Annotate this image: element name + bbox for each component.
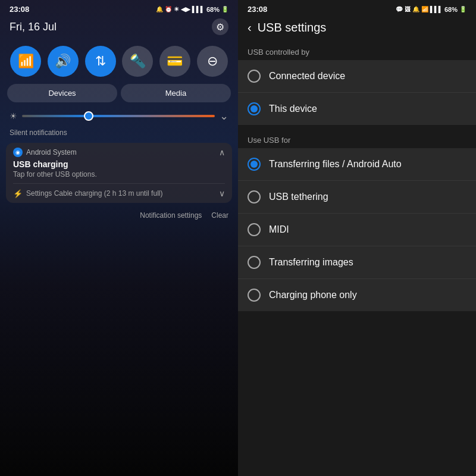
brightness-icon: ☀: [10, 111, 17, 121]
notif-row-chevron-icon[interactable]: ∨: [219, 189, 225, 198]
notif-body: Tap for other USB options.: [6, 170, 232, 183]
back-arrow-icon[interactable]: ‹: [248, 21, 252, 35]
chevron-down-icon[interactable]: ⌄: [220, 109, 228, 123]
radio-transferring-files[interactable]: [248, 158, 261, 171]
left-header: Fri, 16 Jul ⚙: [0, 16, 238, 42]
section-use-for-label: Use USB for: [238, 130, 476, 148]
right-panel: 23:08 💬 🖼 🔔 📶 ▌▌▌ 68% 🔋 ‹ USB settings U…: [238, 0, 476, 476]
controlled-by-options: Connected device This device: [238, 60, 476, 125]
right-status-bar: 23:08 💬 🖼 🔔 📶 ▌▌▌ 68% 🔋: [238, 0, 476, 16]
devices-tab[interactable]: Devices: [7, 84, 117, 102]
notif-app-name: Android System: [26, 148, 77, 156]
section-gap: [238, 125, 476, 130]
option-midi-label: MIDI: [269, 224, 289, 235]
notif-settings-detail: Settings Cable charging (2 h 13 m until …: [26, 189, 162, 198]
notif-expand-icon[interactable]: ∧: [219, 148, 225, 157]
flashlight-tile[interactable]: 🔦: [122, 46, 153, 77]
clear-button[interactable]: Clear: [211, 211, 228, 220]
radio-usb-tethering[interactable]: [248, 190, 261, 203]
radio-transferring-images[interactable]: [248, 256, 261, 269]
radio-transferring-files-fill: [250, 161, 258, 168]
radio-connected-device[interactable]: [248, 70, 261, 83]
option-connected-device[interactable]: Connected device: [238, 60, 476, 93]
left-panel: 23:08 🔔 ⏰ ☀ ◀▶ ▌▌▌ 68% 🔋 Fri, 16 Jul ⚙ 📶…: [0, 0, 238, 476]
option-connected-device-label: Connected device: [269, 71, 345, 82]
gear-icon[interactable]: ⚙: [212, 18, 228, 35]
brightness-thumb: [84, 111, 93, 121]
volume-tile[interactable]: 🔊: [48, 46, 79, 77]
left-status-bar: 23:08 🔔 ⏰ ☀ ◀▶ ▌▌▌ 68% 🔋: [0, 0, 238, 16]
option-usb-tethering-label: USB tethering: [269, 192, 328, 202]
option-transferring-files-label: Transferring files / Android Auto: [269, 159, 402, 170]
right-status-icons: 💬 🖼 🔔 📶 ▌▌▌ 68% 🔋: [396, 6, 466, 13]
option-transferring-images-label: Transferring images: [269, 257, 353, 268]
radio-midi[interactable]: [248, 223, 261, 236]
notif-header: ◉ Android System ∧: [6, 143, 232, 159]
quick-tiles: 📶 🔊 ⇅ 🔦 💳 ⊖: [0, 42, 238, 84]
data-tile[interactable]: ⇅: [85, 46, 116, 77]
section-controlled-by-label: USB controlled by: [238, 42, 476, 60]
brightness-track[interactable]: [22, 115, 215, 117]
radio-this-device[interactable]: [248, 102, 261, 115]
radio-this-device-fill: [250, 105, 258, 112]
left-date: Fri, 16 Jul: [10, 21, 57, 33]
android-icon: ◉: [13, 148, 23, 157]
tab-row: Devices Media: [7, 84, 231, 102]
use-for-options: Transferring files / Android Auto USB te…: [238, 148, 476, 311]
right-header: ‹ USB settings: [238, 16, 476, 42]
option-transferring-files[interactable]: Transferring files / Android Auto: [238, 148, 476, 181]
notification-settings-text[interactable]: Notification settings: [140, 211, 202, 220]
silent-label: Silent notifications: [0, 125, 238, 140]
notification-card[interactable]: ◉ Android System ∧ USB charging Tap for …: [6, 143, 232, 203]
notif-title: USB charging: [6, 159, 232, 170]
left-status-icons: 🔔 ⏰ ☀ ◀▶ ▌▌▌ 68% 🔋: [156, 6, 228, 13]
option-this-device[interactable]: This device: [238, 93, 476, 125]
lightning-icon: ⚡: [13, 189, 23, 198]
notif-app-row: ◉ Android System: [13, 148, 77, 157]
option-charging-only[interactable]: Charging phone only: [238, 279, 476, 311]
option-transferring-images[interactable]: Transferring images: [238, 246, 476, 279]
option-charging-only-label: Charging phone only: [269, 290, 357, 300]
radio-charging-only[interactable]: [248, 289, 261, 302]
page-title: USB settings: [258, 21, 327, 35]
option-this-device-label: This device: [269, 104, 317, 114]
media-tab[interactable]: Media: [121, 84, 231, 102]
brightness-row: ☀ ⌄: [0, 108, 238, 125]
notif-settings-row[interactable]: ⚡ Settings Cable charging (2 h 13 m unti…: [6, 184, 232, 203]
wifi-tile[interactable]: 📶: [10, 46, 41, 77]
right-time: 23:08: [248, 5, 267, 14]
focus-tile[interactable]: ⊖: [197, 46, 228, 77]
notification-settings-row: Notification settings Clear: [0, 205, 238, 226]
option-midi[interactable]: MIDI: [238, 214, 476, 246]
nfc-tile[interactable]: 💳: [159, 46, 190, 77]
option-usb-tethering[interactable]: USB tethering: [238, 181, 476, 214]
left-time: 23:08: [10, 5, 29, 14]
